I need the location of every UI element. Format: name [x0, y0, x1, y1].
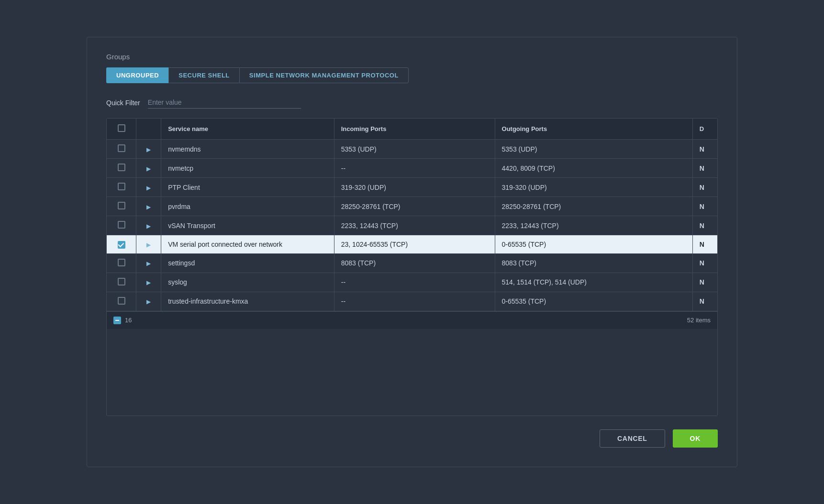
row-expand-cell: ▶: [136, 178, 161, 197]
table-row: ▶settingsd8083 (TCP)8083 (TCP)N: [107, 253, 717, 273]
row-d-value: N: [692, 140, 717, 159]
table-row: ▶PTP Client319-320 (UDP)319-320 (UDP)N: [107, 178, 717, 197]
row-incoming-ports: 2233, 12443 (TCP): [334, 216, 495, 235]
row-checkbox[interactable]: [118, 202, 125, 209]
row-outgoing-ports: 28250-28761 (TCP): [495, 197, 692, 216]
row-expand-cell: ▶: [136, 140, 161, 159]
row-incoming-ports: 319-320 (UDP): [334, 178, 495, 197]
main-dialog: Groups UNGROUPED SECURE SHELL SIMPLE NET…: [87, 37, 737, 467]
row-service-name: PTP Client: [161, 178, 334, 197]
row-checkbox[interactable]: [118, 297, 125, 305]
row-service-name: trusted-infrastructure-kmxa: [161, 292, 334, 311]
row-checkbox-cell: [107, 235, 136, 254]
col-header-outgoing: Outgoing Ports: [495, 119, 692, 140]
quick-filter-bar: Quick Filter: [106, 97, 718, 109]
select-all-checkbox[interactable]: [118, 124, 125, 132]
table-row: ▶nvmetcp--4420, 8009 (TCP)N: [107, 159, 717, 178]
row-outgoing-ports: 0-65535 (TCP): [495, 292, 692, 311]
row-expand-cell: ▶: [136, 292, 161, 311]
footer-left: 16: [113, 317, 132, 324]
row-incoming-ports: --: [334, 292, 495, 311]
ok-button[interactable]: OK: [673, 429, 718, 448]
cancel-button[interactable]: CANCEL: [600, 429, 665, 448]
row-service-name: syslog: [161, 273, 334, 292]
row-d-value: N: [692, 216, 717, 235]
col-header-service: Service name: [161, 119, 334, 140]
expand-icon[interactable]: ▶: [146, 223, 151, 230]
row-checkbox[interactable]: [118, 221, 125, 229]
groups-label: Groups: [106, 53, 718, 61]
row-checkbox-cell: [107, 197, 136, 216]
table-footer: 16 52 items: [107, 311, 717, 329]
row-d-value: N: [692, 235, 717, 254]
row-checkbox-cell: [107, 159, 136, 178]
row-incoming-ports: 28250-28761 (TCP): [334, 197, 495, 216]
row-d-value: N: [692, 178, 717, 197]
row-checkbox[interactable]: [118, 278, 125, 285]
row-service-name: vSAN Transport: [161, 216, 334, 235]
row-d-value: N: [692, 159, 717, 178]
row-service-name: nvmemdns: [161, 140, 334, 159]
row-checkbox-cell: [107, 178, 136, 197]
row-checkbox[interactable]: [118, 164, 125, 171]
expand-icon[interactable]: ▶: [146, 279, 151, 286]
row-service-name: nvmetcp: [161, 159, 334, 178]
row-checkbox[interactable]: [118, 144, 125, 152]
table-row: ▶trusted-infrastructure-kmxa--0-65535 (T…: [107, 292, 717, 311]
expand-icon[interactable]: ▶: [146, 260, 151, 267]
row-expand-cell: ▶: [136, 159, 161, 178]
row-outgoing-ports: 514, 1514 (TCP), 514 (UDP): [495, 273, 692, 292]
dialog-actions: CANCEL OK: [106, 429, 718, 448]
table-header-row: Service name Incoming Ports Outgoing Por…: [107, 119, 717, 140]
row-d-value: N: [692, 197, 717, 216]
tab-secure-shell[interactable]: SECURE SHELL: [168, 67, 239, 83]
row-expand-cell: ▶: [136, 197, 161, 216]
row-expand-cell: ▶: [136, 273, 161, 292]
expand-icon[interactable]: ▶: [146, 185, 151, 191]
row-checkbox[interactable]: [118, 183, 125, 190]
quick-filter-input[interactable]: [148, 97, 301, 109]
row-checkbox-cell: [107, 273, 136, 292]
expand-icon[interactable]: ▶: [146, 204, 151, 210]
row-outgoing-ports: 2233, 12443 (TCP): [495, 216, 692, 235]
tab-snmp[interactable]: SIMPLE NETWORK MANAGEMENT PROTOCOL: [239, 67, 409, 83]
row-checkbox-cell: [107, 253, 136, 273]
row-checkbox-cell: [107, 292, 136, 311]
row-checkbox-cell: [107, 216, 136, 235]
row-incoming-ports: --: [334, 159, 495, 178]
row-expand-cell: ▶: [136, 253, 161, 273]
row-d-value: N: [692, 273, 717, 292]
services-table-container: Service name Incoming Ports Outgoing Por…: [106, 118, 718, 416]
col-header-incoming: Incoming Ports: [334, 119, 495, 140]
row-d-value: N: [692, 253, 717, 273]
table-row: ▶VM serial port connected over network23…: [107, 235, 717, 254]
expand-icon[interactable]: ▶: [146, 241, 151, 248]
expand-icon[interactable]: ▶: [146, 298, 151, 305]
table-row: ▶syslog--514, 1514 (TCP), 514 (UDP)N: [107, 273, 717, 292]
row-service-name: pvrdma: [161, 197, 334, 216]
expand-icon[interactable]: ▶: [146, 146, 151, 153]
row-incoming-ports: 8083 (TCP): [334, 253, 495, 273]
table-row: ▶vSAN Transport2233, 12443 (TCP)2233, 12…: [107, 216, 717, 235]
row-incoming-ports: --: [334, 273, 495, 292]
col-header-checkbox: [107, 119, 136, 140]
footer-checkbox[interactable]: [113, 317, 121, 324]
row-expand-cell: ▶: [136, 216, 161, 235]
row-d-value: N: [692, 292, 717, 311]
row-checkbox[interactable]: [118, 259, 125, 266]
col-header-expand: [136, 119, 161, 140]
selected-count: 16: [125, 317, 132, 324]
row-incoming-ports: 5353 (UDP): [334, 140, 495, 159]
quick-filter-label: Quick Filter: [106, 99, 140, 107]
tab-ungrouped[interactable]: UNGROUPED: [106, 67, 168, 83]
row-service-name: VM serial port connected over network: [161, 235, 334, 254]
tab-bar: UNGROUPED SECURE SHELL SIMPLE NETWORK MA…: [106, 67, 718, 83]
expand-icon[interactable]: ▶: [146, 165, 151, 172]
row-checkbox[interactable]: [118, 241, 125, 249]
row-outgoing-ports: 5353 (UDP): [495, 140, 692, 159]
table-row: ▶nvmemdns5353 (UDP)5353 (UDP)N: [107, 140, 717, 159]
row-checkbox-cell: [107, 140, 136, 159]
row-incoming-ports: 23, 1024-65535 (TCP): [334, 235, 495, 254]
row-outgoing-ports: 0-65535 (TCP): [495, 235, 692, 254]
row-outgoing-ports: 8083 (TCP): [495, 253, 692, 273]
